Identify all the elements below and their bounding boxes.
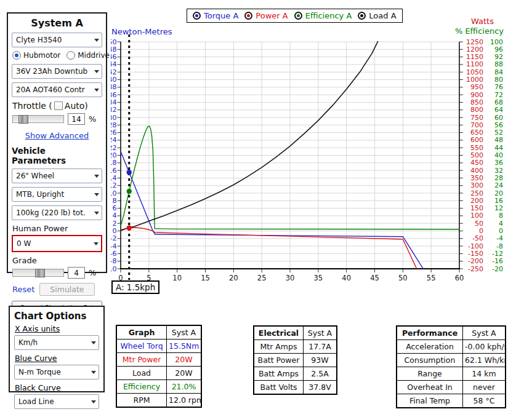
svg-text:100: 100 [470,212,483,220]
svg-text:200: 200 [470,197,483,205]
svg-text:20: 20 [494,189,503,197]
svg-text:40: 40 [342,274,351,282]
simulate-button[interactable]: Simulate [39,283,94,296]
black-curve-value: Load Line [18,397,89,406]
svg-text:44: 44 [494,144,503,152]
table-cell: Consumption [397,354,463,367]
svg-text:84: 84 [494,68,503,76]
svg-text:-6: -6 [111,250,117,258]
efficiency-axis-title: % Efficiency [443,26,504,36]
controller-select[interactable]: 20A AOT460 Contr [12,82,102,97]
svg-text:16: 16 [494,197,503,205]
motor-select[interactable]: Clyte H3540 [12,33,102,47]
hubmotor-radio[interactable] [12,51,21,60]
grade-slider-thumb[interactable] [35,269,45,277]
x-axis-units-select[interactable]: Km/h [14,335,99,350]
svg-text:48: 48 [494,136,503,144]
black-curve-select[interactable]: Load Line [14,394,99,409]
blue-curve-value: N-m Torque [18,368,89,376]
svg-text:25: 25 [257,274,267,282]
table-cell: Batt Amps [254,367,304,381]
svg-text:250: 250 [470,189,483,197]
svg-text:350: 350 [470,174,483,182]
table-cell: 12.0 rpm [167,394,202,408]
dropdown-arrow-icon [91,400,96,403]
throttle-slider[interactable] [12,115,64,123]
table-cell: 2.5A [304,367,337,381]
curve-load-a [121,39,379,230]
table-cell: Efficiency [116,380,167,394]
table-cell: 15.5Nm [167,340,202,353]
middrive-radio[interactable] [66,51,75,60]
svg-text:50: 50 [475,220,483,228]
svg-text:55: 55 [427,274,436,282]
legend-radio-icon[interactable] [193,12,201,20]
svg-text:16: 16 [111,167,117,175]
reset-link[interactable]: Reset [12,285,34,294]
svg-text:-150: -150 [468,250,483,258]
svg-text:0: 0 [479,227,483,235]
dropdown-arrow-icon [94,193,99,196]
x-axis-units-link[interactable]: X Axis units [15,324,99,333]
svg-text:80: 80 [494,76,503,84]
svg-text:950: 950 [470,83,483,91]
grade-input[interactable] [68,267,85,279]
svg-text:-8: -8 [496,242,503,250]
svg-text:12: 12 [494,204,503,212]
svg-text:40: 40 [494,151,503,159]
battery-select-value: 36V 23Ah Downtub [16,67,92,76]
blue-curve-link[interactable]: Blue Curve [15,354,99,363]
svg-text:-4: -4 [111,242,117,250]
svg-text:52: 52 [494,129,503,137]
x-axis-units-value: Km/h [18,338,89,347]
legend-item-efficiency-a[interactable]: Efficiency A [294,11,352,20]
svg-text:14: 14 [111,174,117,182]
throttle-slider-thumb[interactable] [18,115,28,124]
svg-text:42: 42 [111,68,117,76]
svg-text:88: 88 [494,60,503,68]
svg-text:900: 900 [470,91,483,99]
legend-item-load-a[interactable]: Load A [358,11,396,20]
svg-text:650: 650 [470,129,483,137]
table-cell: 37.8V [304,381,337,395]
battery-select[interactable]: 36V 23Ah Downtub [12,64,102,79]
svg-text:500: 500 [470,151,483,159]
svg-text:850: 850 [470,98,483,106]
svg-text:36: 36 [494,159,503,167]
watts-axis-title: Watts [456,17,494,26]
svg-text:1050: 1050 [466,68,483,76]
throttle-auto-label: Auto) [65,101,88,111]
svg-text:10: 10 [111,189,117,197]
black-curve-link[interactable]: Black Curve [15,383,99,392]
show-advanced-link[interactable]: Show Advanced [25,131,89,140]
svg-text:36: 36 [111,91,117,99]
legend-radio-icon[interactable] [358,12,366,20]
table-cell: Batt Power [254,354,304,367]
simulation-chart[interactable]: -10-8-6-4-202468101214161820222426283032… [111,9,532,300]
chart-canvas[interactable]: -10-8-6-4-202468101214161820222426283032… [111,9,532,300]
blue-curve-select[interactable]: N-m Torque [14,365,99,379]
riding-position-select[interactable]: MTB, Upright [12,187,102,202]
svg-text:1000: 1000 [466,76,483,84]
grade-slider[interactable] [12,269,64,277]
table-cell: -0.00 kph/s [463,340,506,354]
legend-item-torque-a[interactable]: Torque A [193,11,238,20]
table-cell: Load [116,367,167,380]
graph-table: GraphSyst AWheel Torq15.5NmMtr Power20WL… [116,325,202,408]
throttle-input[interactable] [68,113,85,125]
wheel-select[interactable]: 26" Wheel [12,169,102,183]
table-row: Efficiency21.0% [116,380,201,394]
legend-radio-icon[interactable] [294,12,302,20]
legend-item-power-a[interactable]: Power A [244,11,288,20]
legend-radio-icon[interactable] [244,12,252,20]
svg-text:35: 35 [314,274,323,282]
table-row: Wheel Torq15.5Nm [116,340,201,353]
svg-text:50: 50 [111,38,117,46]
svg-text:32: 32 [494,167,503,175]
throttle-auto-checkbox[interactable] [54,101,63,110]
dropdown-arrow-icon [94,242,99,245]
human-power-select[interactable]: 0 W [12,235,102,252]
table-cell: Wheel Torq [116,340,167,353]
table-cell: Batt Volts [254,381,304,395]
weight-select[interactable]: 100kg (220 lb) tot. [12,205,102,220]
